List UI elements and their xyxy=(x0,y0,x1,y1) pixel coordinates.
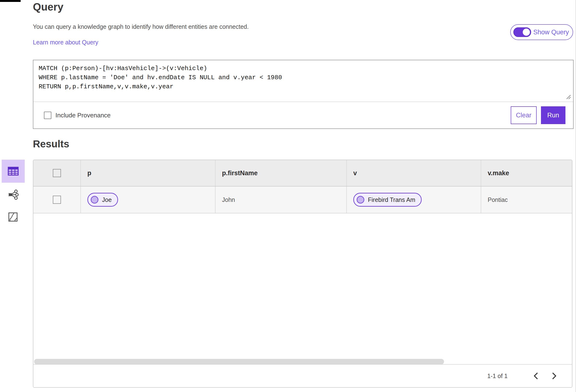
select-all-checkbox[interactable] xyxy=(53,169,61,177)
table-footer: 1-1 of 1 xyxy=(33,364,572,387)
chevron-left-icon xyxy=(533,372,539,380)
entity-pill-label: Joe xyxy=(102,196,112,203)
entity-dot-icon xyxy=(91,196,98,204)
column-header-p-firstname[interactable]: p.firstName xyxy=(215,160,346,186)
link-chart-view-icon xyxy=(7,189,19,201)
include-provenance-label: Include Provenance xyxy=(56,112,111,119)
next-page-button[interactable] xyxy=(547,369,561,383)
table-view-icon xyxy=(7,165,19,177)
run-button[interactable]: Run xyxy=(541,106,565,124)
entity-pill-vehicle[interactable]: Firebird Trans Am xyxy=(353,193,422,207)
toggle-on-icon[interactable] xyxy=(513,27,531,37)
clear-button[interactable]: Clear xyxy=(511,106,537,124)
view-rail-map-button[interactable] xyxy=(6,210,20,224)
pagination-label: 1-1 of 1 xyxy=(487,373,508,380)
map-view-icon xyxy=(7,211,19,222)
page-title: Query xyxy=(33,1,63,13)
cell-p-firstname: John xyxy=(215,186,346,213)
column-header-v-make[interactable]: v.make xyxy=(481,160,572,186)
table-row: Joe John Firebird Trans Am Pontiac xyxy=(33,186,572,213)
query-editor-panel: MATCH (p:Person)-[hv:HasVehicle]->(v:Veh… xyxy=(33,60,574,129)
column-header-p[interactable]: p xyxy=(80,160,215,186)
show-query-label: Show Query xyxy=(533,29,569,36)
learn-more-link[interactable]: Learn more about Query xyxy=(33,39,98,46)
table-header-row: p p.firstName v v.make xyxy=(33,160,572,186)
query-actions-bar: Include Provenance Clear Run xyxy=(33,102,573,128)
results-table-panel: p p.firstName v v.make Joe John Firebird… xyxy=(33,160,572,388)
entity-pill-label: Firebird Trans Am xyxy=(368,196,415,203)
entity-pill-person[interactable]: Joe xyxy=(87,193,118,207)
query-description: You can query a knowledge graph to ident… xyxy=(33,23,249,30)
query-text-input[interactable]: MATCH (p:Person)-[hv:HasVehicle]->(v:Veh… xyxy=(33,60,573,102)
include-provenance-checkbox[interactable] xyxy=(44,112,51,119)
row-checkbox[interactable] xyxy=(53,196,61,204)
horizontal-scrollbar-thumb[interactable] xyxy=(34,359,444,364)
column-header-v[interactable]: v xyxy=(346,160,481,186)
toggle-knob xyxy=(523,29,530,36)
entity-dot-icon xyxy=(357,196,364,204)
previous-page-button[interactable] xyxy=(529,369,543,383)
query-page: Query You can query a knowledge graph to… xyxy=(0,0,576,392)
cell-v-make: Pontiac xyxy=(481,186,572,213)
textarea-resize-handle-icon[interactable] xyxy=(565,93,572,100)
show-query-toggle[interactable]: Show Query xyxy=(510,24,573,40)
results-title: Results xyxy=(33,138,69,150)
window-edge-artifact xyxy=(0,0,21,2)
view-rail-link-chart-button[interactable] xyxy=(6,188,20,201)
chevron-right-icon xyxy=(551,372,557,380)
view-rail-table-button[interactable] xyxy=(2,160,25,183)
